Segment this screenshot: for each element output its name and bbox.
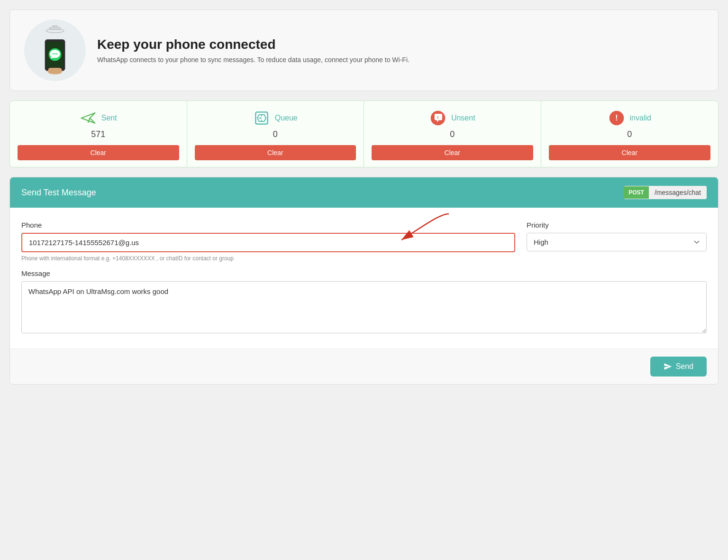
invalid-label: invalid [630,114,651,122]
phone-hint: Phone with international format e.g. +14… [21,255,515,262]
phone-priority-row: Phone Phone with international format e.… [21,221,707,262]
phone-illustration [36,25,74,76]
banner-icon-wrap [24,19,86,81]
invalid-icon: ! [608,110,625,127]
sent-icon [80,110,97,127]
send-button[interactable]: Send [650,357,707,376]
stat-header-queue: Queue [253,110,298,127]
send-footer: Send [10,349,718,384]
queue-icon [253,110,270,127]
message-form-group: Message WhatsApp API on UltraMsg.com wor… [21,269,707,335]
send-body: Phone Phone with international format e.… [10,208,718,349]
message-textarea[interactable]: WhatsApp API on UltraMsg.com works good [21,281,707,333]
http-method-tag: POST [624,186,649,199]
svg-point-2 [53,26,58,27]
stats-row: Sent 571 Clear Queue 0 Clear ! [9,101,719,167]
svg-point-7 [53,53,54,55]
send-test-message-section: Send Test Message POST /messages/chat Ph… [9,177,719,385]
send-button-label: Send [676,362,693,371]
send-section-title: Send Test Message [21,188,96,198]
svg-marker-24 [664,363,672,370]
stat-card-queue: Queue 0 Clear [187,101,364,167]
endpoint-badge: POST /messages/chat [624,186,707,199]
sent-label: Sent [101,114,117,122]
stat-card-unsent: ! Unsent 0 Clear [364,101,541,167]
phone-label: Phone [21,221,515,229]
svg-text:!: ! [615,113,618,122]
invalid-clear-button[interactable]: Clear [549,145,711,160]
phone-input[interactable] [21,233,515,252]
invalid-value: 0 [627,129,632,139]
message-label: Message [21,269,707,277]
priority-select[interactable]: High Normal Low [527,233,707,251]
send-icon [664,362,672,371]
stat-header-sent: Sent [80,110,117,127]
unsent-value: 0 [450,129,455,139]
priority-form-group: Priority High Normal Low [527,221,707,262]
phone-form-group: Phone Phone with international format e.… [21,221,515,262]
queue-clear-button[interactable]: Clear [195,145,356,160]
unsent-icon: ! [429,110,446,127]
priority-label: Priority [527,221,707,229]
banner-title: Keep your phone connected [97,37,410,52]
phone-field-container [21,233,515,252]
stat-card-sent: Sent 571 Clear [10,101,187,167]
endpoint-path: /messages/chat [649,186,707,199]
banner-section: Keep your phone connected WhatsApp conne… [9,9,719,91]
unsent-label: Unsent [451,114,475,122]
svg-rect-11 [48,68,62,73]
svg-point-8 [55,53,56,55]
unsent-clear-button[interactable]: Clear [372,145,533,160]
stat-header-invalid: ! invalid [608,110,651,127]
queue-value: 0 [273,129,278,139]
banner-description: WhatsApp connects to your phone to sync … [97,56,410,64]
queue-label: Queue [275,114,298,122]
svg-point-9 [56,53,58,55]
sent-clear-button[interactable]: Clear [18,145,179,160]
stat-header-unsent: ! Unsent [429,110,475,127]
stat-card-invalid: ! invalid 0 Clear [541,101,719,167]
banner-text: Keep your phone connected WhatsApp conne… [97,37,410,64]
sent-value: 571 [91,129,105,139]
send-header: Send Test Message POST /messages/chat [10,177,718,208]
svg-text:!: ! [437,115,438,120]
